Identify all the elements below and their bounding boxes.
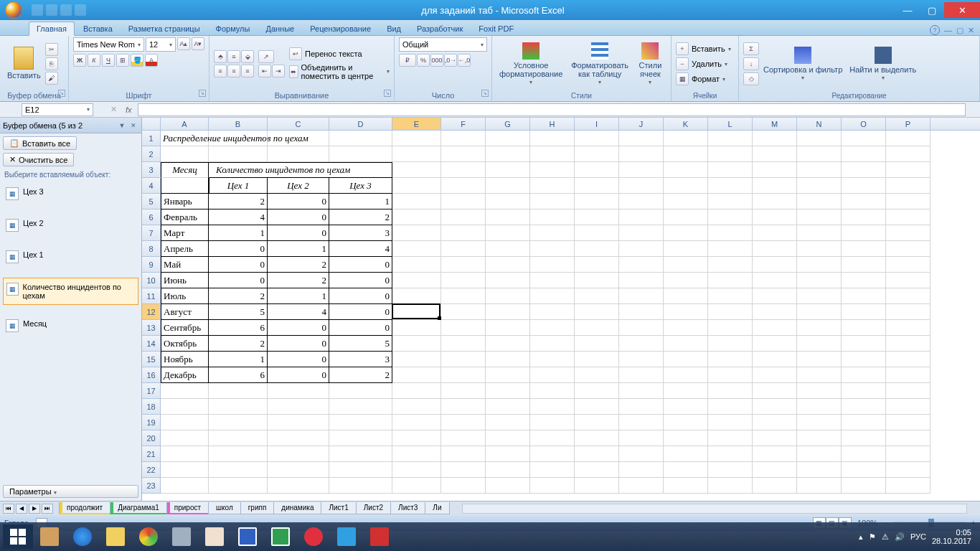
- cell[interactable]: [753, 209, 797, 225]
- cell[interactable]: [842, 367, 886, 383]
- find-select-button[interactable]: Найти и выделить▾: [847, 45, 919, 83]
- align-middle-icon[interactable]: ≡: [227, 50, 240, 63]
- cell[interactable]: [329, 383, 392, 399]
- tray-flag-icon[interactable]: ⚑: [869, 532, 876, 542]
- cell[interactable]: [797, 462, 842, 478]
- column-header[interactable]: J: [619, 118, 664, 130]
- cell[interactable]: [486, 462, 530, 478]
- cell[interactable]: [842, 162, 886, 178]
- cell[interactable]: [664, 478, 708, 494]
- cell[interactable]: [664, 462, 708, 478]
- cell[interactable]: Март: [161, 225, 209, 241]
- cell[interactable]: [664, 257, 708, 273]
- cell[interactable]: [664, 430, 708, 446]
- cell[interactable]: [842, 478, 886, 494]
- column-header[interactable]: K: [664, 118, 708, 130]
- cell[interactable]: [329, 399, 392, 415]
- cell[interactable]: [842, 446, 886, 462]
- cell[interactable]: 1: [268, 288, 329, 304]
- cell[interactable]: [753, 352, 797, 367]
- row-header[interactable]: 21: [142, 446, 161, 462]
- ribbon-tab[interactable]: Foxit PDF: [471, 22, 521, 35]
- cell[interactable]: [842, 257, 886, 273]
- task-acrobat-icon[interactable]: [364, 524, 395, 549]
- cell[interactable]: [886, 478, 930, 494]
- ribbon-tab[interactable]: Вид: [380, 22, 408, 35]
- sheet-tab[interactable]: Ли: [425, 502, 449, 514]
- cell[interactable]: [392, 209, 441, 225]
- row-header[interactable]: 18: [142, 399, 161, 415]
- cell[interactable]: [619, 430, 664, 446]
- cell[interactable]: [209, 446, 268, 462]
- cell[interactable]: [530, 178, 575, 194]
- cell[interactable]: [575, 209, 619, 225]
- cell[interactable]: [486, 225, 530, 241]
- cell[interactable]: [842, 225, 886, 241]
- cell[interactable]: [797, 383, 842, 399]
- cell[interactable]: [664, 209, 708, 225]
- cell[interactable]: [842, 336, 886, 352]
- cell[interactable]: [619, 399, 664, 415]
- cell[interactable]: [161, 478, 209, 494]
- cell[interactable]: [886, 288, 930, 304]
- cell[interactable]: [392, 430, 441, 446]
- cell[interactable]: [392, 399, 441, 415]
- cell[interactable]: [486, 478, 530, 494]
- cell[interactable]: [161, 146, 209, 162]
- column-header[interactable]: E: [392, 118, 441, 130]
- cell[interactable]: [441, 352, 486, 367]
- cell[interactable]: 6: [209, 320, 268, 336]
- cell[interactable]: [486, 131, 530, 146]
- cell[interactable]: [392, 478, 441, 494]
- cell[interactable]: [886, 430, 930, 446]
- cell[interactable]: [530, 336, 575, 352]
- cell[interactable]: [392, 367, 441, 383]
- cell[interactable]: 4: [268, 304, 329, 320]
- cell[interactable]: [619, 367, 664, 383]
- cell[interactable]: [753, 225, 797, 241]
- cell[interactable]: [486, 336, 530, 352]
- cell[interactable]: [664, 383, 708, 399]
- cell[interactable]: [753, 320, 797, 336]
- cell[interactable]: [797, 209, 842, 225]
- task-ie-icon[interactable]: [67, 524, 98, 549]
- cell[interactable]: [392, 462, 441, 478]
- font-size-combo[interactable]: 12▾: [146, 37, 176, 52]
- cell[interactable]: [708, 146, 753, 162]
- cell[interactable]: [619, 478, 664, 494]
- clipboard-options-button[interactable]: Параметры ▾: [3, 485, 138, 498]
- cell[interactable]: [161, 415, 209, 430]
- cell[interactable]: [486, 178, 530, 194]
- cell[interactable]: [268, 478, 329, 494]
- clipboard-item[interactable]: ▦Цех 2: [3, 215, 138, 236]
- cell[interactable]: [575, 273, 619, 288]
- dialog-launcher-icon[interactable]: ↘: [481, 90, 489, 97]
- cell[interactable]: [619, 225, 664, 241]
- cell[interactable]: [886, 178, 930, 194]
- cell[interactable]: [209, 415, 268, 430]
- cell[interactable]: 0: [268, 194, 329, 209]
- number-format-combo[interactable]: Общий▾: [399, 37, 487, 52]
- cell[interactable]: Апрель: [161, 241, 209, 257]
- cell[interactable]: [392, 304, 441, 320]
- cell[interactable]: [753, 131, 797, 146]
- cell[interactable]: [486, 367, 530, 383]
- cell[interactable]: [161, 178, 209, 194]
- cell[interactable]: [842, 430, 886, 446]
- column-header[interactable]: I: [575, 118, 619, 130]
- cell[interactable]: [575, 288, 619, 304]
- cell[interactable]: [797, 257, 842, 273]
- cell[interactable]: [619, 209, 664, 225]
- spreadsheet-grid[interactable]: ABCDEFGHIJKLMNOP 1Распределение инцидент…: [142, 118, 980, 501]
- cell[interactable]: [708, 320, 753, 336]
- cell[interactable]: 0: [329, 304, 392, 320]
- cell[interactable]: [486, 288, 530, 304]
- cell[interactable]: [441, 336, 486, 352]
- cell[interactable]: [441, 257, 486, 273]
- cell[interactable]: [441, 446, 486, 462]
- cell[interactable]: [575, 383, 619, 399]
- sheet-tab[interactable]: грипп: [240, 502, 275, 514]
- row-header[interactable]: 8: [142, 241, 161, 257]
- cell[interactable]: [575, 146, 619, 162]
- cell[interactable]: [575, 320, 619, 336]
